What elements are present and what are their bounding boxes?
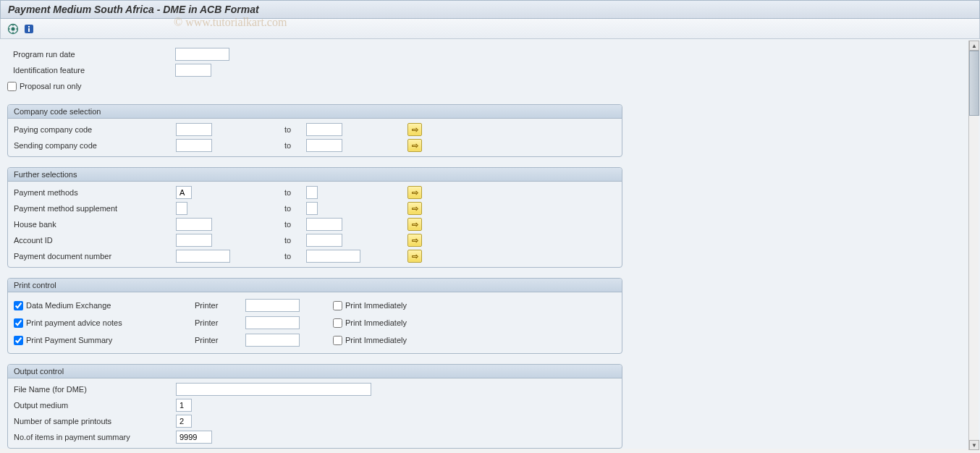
items-summary-label: No.of items in payment summary: [14, 433, 176, 441]
payment-method-supplement-to[interactable]: [306, 202, 318, 215]
payment-methods-from[interactable]: [176, 186, 192, 199]
multi-select-button[interactable]: ⇨: [407, 139, 422, 152]
payment-method-supplement-label: Payment method supplement: [14, 204, 176, 213]
to-label: to: [284, 236, 306, 245]
content-area: Program run date Identification feature …: [0, 39, 980, 449]
program-run-date-label: Program run date: [7, 50, 175, 59]
dme-checkbox[interactable]: [14, 301, 23, 310]
summary-printer-input[interactable]: [245, 334, 300, 347]
scroll-down-arrow-icon[interactable]: ▼: [969, 440, 979, 450]
house-bank-to[interactable]: [306, 218, 342, 231]
group-output-control: Output control File Name (for DME) Outpu…: [7, 364, 622, 449]
multi-select-button[interactable]: ⇨: [407, 123, 422, 136]
dme-label: Data Medium Exchange: [26, 301, 111, 310]
sample-printouts-input[interactable]: [176, 415, 192, 428]
multi-select-button[interactable]: ⇨: [407, 186, 422, 199]
to-label: to: [284, 204, 306, 213]
printer-label: Printer: [195, 318, 245, 327]
svg-point-1: [12, 27, 15, 30]
summary-checkbox[interactable]: [14, 336, 23, 345]
toolbar: [0, 19, 980, 39]
dme-printer-input[interactable]: [245, 299, 300, 312]
account-id-from[interactable]: [176, 234, 212, 247]
identification-feature-label: Identification feature: [7, 66, 175, 75]
payment-doc-number-to[interactable]: [306, 250, 360, 263]
output-medium-input[interactable]: [176, 399, 192, 412]
group-print-header: Print control: [8, 279, 622, 292]
advice-printer-input[interactable]: [245, 316, 300, 329]
paying-company-label: Paying company code: [14, 125, 176, 134]
payment-doc-number-label: Payment document number: [14, 252, 176, 261]
payment-methods-to[interactable]: [306, 186, 318, 199]
sending-company-to[interactable]: [306, 139, 342, 152]
dme-print-immediately-checkbox[interactable]: [333, 301, 342, 310]
advice-checkbox[interactable]: [14, 318, 23, 328]
to-label: to: [284, 188, 306, 197]
advice-print-immediately-checkbox[interactable]: [333, 318, 342, 328]
payment-doc-number-from[interactable]: [176, 250, 230, 263]
sample-printouts-label: Number of sample printouts: [14, 417, 176, 426]
account-id-label: Account ID: [14, 236, 176, 245]
to-label: to: [284, 252, 306, 261]
account-id-to[interactable]: [306, 234, 342, 247]
output-medium-label: Output medium: [14, 401, 176, 410]
top-parameters: Program run date Identification feature …: [7, 45, 622, 94]
group-company-header: Company code selection: [8, 105, 622, 119]
to-label: to: [284, 141, 306, 150]
execute-icon[interactable]: [7, 22, 20, 35]
print-immediately-label: Print Immediately: [345, 301, 407, 310]
advice-label: Print payment advice notes: [26, 318, 122, 327]
info-icon[interactable]: [22, 22, 35, 35]
summary-print-immediately-checkbox[interactable]: [333, 336, 342, 345]
house-bank-from[interactable]: [176, 218, 212, 231]
vertical-scrollbar[interactable]: ▲ ▼: [968, 41, 979, 450]
group-print-control: Print control Data Medium Exchange Print…: [7, 278, 622, 354]
to-label: to: [284, 125, 306, 134]
group-further-header: Further selections: [8, 168, 622, 182]
sending-company-from[interactable]: [176, 139, 212, 152]
sending-company-label: Sending company code: [14, 141, 176, 150]
house-bank-label: House bank: [14, 220, 176, 229]
page-title: Payment Medium South Africa - DME in ACB…: [0, 0, 980, 19]
group-output-header: Output control: [8, 365, 622, 378]
proposal-run-label: Proposal run only: [20, 82, 82, 90]
items-summary-input[interactable]: [176, 431, 212, 444]
scroll-thumb[interactable]: [969, 51, 979, 116]
title-text: Payment Medium South Africa - DME in ACB…: [8, 4, 259, 15]
file-name-label: File Name (for DME): [14, 385, 176, 394]
printer-label: Printer: [195, 336, 245, 344]
program-run-date-input[interactable]: [175, 48, 229, 61]
payment-methods-label: Payment methods: [14, 188, 176, 197]
payment-method-supplement-from[interactable]: [176, 202, 187, 215]
to-label: to: [284, 220, 306, 229]
multi-select-button[interactable]: ⇨: [407, 250, 422, 263]
multi-select-button[interactable]: ⇨: [407, 234, 422, 247]
multi-select-button[interactable]: ⇨: [407, 202, 422, 215]
print-immediately-label: Print Immediately: [345, 336, 407, 344]
file-name-input[interactable]: [176, 383, 371, 396]
paying-company-from[interactable]: [176, 123, 212, 136]
svg-rect-8: [28, 28, 30, 32]
summary-label: Print Payment Summary: [26, 336, 112, 344]
printer-label: Printer: [195, 301, 245, 310]
proposal-run-checkbox[interactable]: [7, 82, 17, 91]
group-further-selections: Further selections Payment methods to ⇨ …: [7, 167, 622, 268]
scroll-up-arrow-icon[interactable]: ▲: [969, 41, 979, 51]
multi-select-button[interactable]: ⇨: [407, 218, 422, 231]
svg-rect-7: [28, 26, 30, 27]
print-immediately-label: Print Immediately: [345, 318, 407, 327]
group-company-code: Company code selection Paying company co…: [7, 104, 622, 157]
paying-company-to[interactable]: [306, 123, 342, 136]
identification-feature-input[interactable]: [175, 64, 211, 77]
